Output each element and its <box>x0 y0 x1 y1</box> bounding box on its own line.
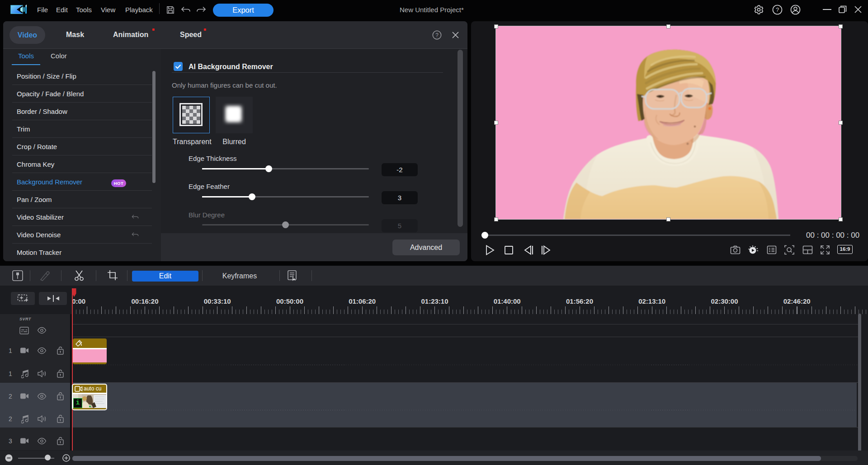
svg-text:?: ? <box>776 6 779 13</box>
svg-text:?: ? <box>435 32 439 38</box>
